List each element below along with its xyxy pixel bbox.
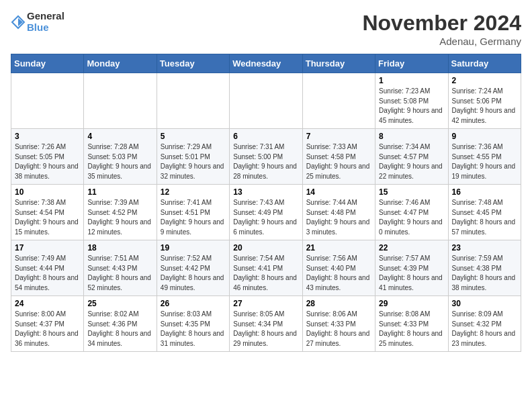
day-cell: 8Sunrise: 7:34 AMSunset: 4:57 PMDaylight… [375,129,448,185]
weekday-header-sunday: Sunday [11,54,84,73]
title-area: November 2024 Adenau, Germany [362,11,521,47]
weekday-header-monday: Monday [84,54,157,73]
day-cell: 2Sunrise: 7:24 AMSunset: 5:06 PMDaylight… [448,73,521,129]
day-cell: 28Sunrise: 8:06 AMSunset: 4:33 PMDayligh… [302,296,375,352]
week-row-2: 3Sunrise: 7:26 AMSunset: 5:05 PMDaylight… [11,129,521,185]
day-info: Sunrise: 8:08 AMSunset: 4:33 PMDaylight:… [379,310,444,349]
day-info: Sunrise: 8:05 AMSunset: 4:34 PMDaylight:… [233,310,298,349]
day-cell: 24Sunrise: 8:00 AMSunset: 4:37 PMDayligh… [11,296,84,352]
day-cell: 9Sunrise: 7:36 AMSunset: 4:55 PMDaylight… [448,129,521,185]
day-cell [230,73,302,129]
day-info: Sunrise: 7:51 AMSunset: 4:43 PMDaylight:… [87,254,152,293]
day-cell: 20Sunrise: 7:54 AMSunset: 4:41 PMDayligh… [230,240,302,296]
day-number: 13 [233,187,298,197]
day-number: 12 [161,187,226,197]
day-info: Sunrise: 7:33 AMSunset: 4:58 PMDaylight:… [306,142,371,181]
day-cell [157,73,229,129]
weekday-header-thursday: Thursday [302,54,375,73]
day-cell: 7Sunrise: 7:33 AMSunset: 4:58 PMDaylight… [302,129,375,185]
day-info: Sunrise: 7:38 AMSunset: 4:54 PMDaylight:… [15,198,80,237]
day-number: 1 [379,76,444,85]
day-info: Sunrise: 7:44 AMSunset: 4:48 PMDaylight:… [306,198,371,237]
day-cell: 4Sunrise: 7:28 AMSunset: 5:03 PMDaylight… [84,129,157,185]
day-info: Sunrise: 7:41 AMSunset: 4:51 PMDaylight:… [161,198,226,237]
day-info: Sunrise: 8:02 AMSunset: 4:36 PMDaylight:… [87,310,152,349]
day-number: 9 [452,132,517,141]
day-number: 15 [379,187,444,197]
day-number: 26 [161,299,226,308]
day-number: 27 [233,299,298,308]
day-info: Sunrise: 8:00 AMSunset: 4:37 PMDaylight:… [15,310,80,349]
day-number: 22 [379,243,444,253]
day-cell: 11Sunrise: 7:39 AMSunset: 4:52 PMDayligh… [84,185,157,240]
day-info: Sunrise: 7:39 AMSunset: 4:52 PMDaylight:… [87,198,152,237]
day-cell: 13Sunrise: 7:43 AMSunset: 4:49 PMDayligh… [230,185,302,240]
day-cell: 16Sunrise: 7:48 AMSunset: 4:45 PMDayligh… [448,185,521,240]
day-number: 16 [452,187,517,197]
day-number: 8 [379,132,444,141]
day-cell: 25Sunrise: 8:02 AMSunset: 4:36 PMDayligh… [84,296,157,352]
day-cell: 6Sunrise: 7:31 AMSunset: 5:00 PMDaylight… [230,129,302,185]
day-number: 14 [306,187,371,197]
day-cell: 19Sunrise: 7:52 AMSunset: 4:42 PMDayligh… [157,240,229,296]
day-number: 30 [452,299,517,308]
day-info: Sunrise: 7:57 AMSunset: 4:39 PMDaylight:… [379,254,444,293]
day-number: 7 [306,132,371,141]
day-cell: 3Sunrise: 7:26 AMSunset: 5:05 PMDaylight… [11,129,84,185]
day-cell: 27Sunrise: 8:05 AMSunset: 4:34 PMDayligh… [230,296,302,352]
day-cell: 5Sunrise: 7:29 AMSunset: 5:01 PMDaylight… [157,129,229,185]
day-cell: 14Sunrise: 7:44 AMSunset: 4:48 PMDayligh… [302,185,375,240]
day-cell: 10Sunrise: 7:38 AMSunset: 4:54 PMDayligh… [11,185,84,240]
day-info: Sunrise: 7:24 AMSunset: 5:06 PMDaylight:… [452,87,517,126]
day-info: Sunrise: 7:29 AMSunset: 5:01 PMDaylight:… [161,142,226,181]
day-number: 23 [452,243,517,253]
day-cell: 15Sunrise: 7:46 AMSunset: 4:47 PMDayligh… [375,185,448,240]
day-number: 6 [233,132,298,141]
day-cell: 1Sunrise: 7:23 AMSunset: 5:08 PMDaylight… [375,73,448,129]
day-number: 18 [87,243,152,253]
day-info: Sunrise: 7:54 AMSunset: 4:41 PMDaylight:… [233,254,298,293]
month-title: November 2024 [362,11,521,36]
day-info: Sunrise: 8:03 AMSunset: 4:35 PMDaylight:… [161,310,226,349]
location-title: Adenau, Germany [362,36,521,47]
day-number: 28 [306,299,371,308]
day-cell [84,73,157,129]
week-row-3: 10Sunrise: 7:38 AMSunset: 4:54 PMDayligh… [11,185,521,240]
weekday-header-wednesday: Wednesday [230,54,302,73]
day-cell: 23Sunrise: 7:59 AMSunset: 4:38 PMDayligh… [448,240,521,296]
day-info: Sunrise: 7:46 AMSunset: 4:47 PMDaylight:… [379,198,444,237]
day-number: 24 [15,299,80,308]
day-cell: 29Sunrise: 8:08 AMSunset: 4:33 PMDayligh… [375,296,448,352]
weekday-header-tuesday: Tuesday [157,54,229,73]
day-info: Sunrise: 7:36 AMSunset: 4:55 PMDaylight:… [452,142,517,181]
day-number: 29 [379,299,444,308]
day-number: 5 [161,132,226,141]
logo: General Blue [11,11,64,33]
week-row-5: 24Sunrise: 8:00 AMSunset: 4:37 PMDayligh… [11,296,521,352]
day-info: Sunrise: 7:56 AMSunset: 4:40 PMDaylight:… [306,254,371,293]
day-number: 20 [233,243,298,253]
day-number: 25 [87,299,152,308]
day-cell: 22Sunrise: 7:57 AMSunset: 4:39 PMDayligh… [375,240,448,296]
day-info: Sunrise: 7:26 AMSunset: 5:05 PMDaylight:… [15,142,80,181]
day-info: Sunrise: 7:31 AMSunset: 5:00 PMDaylight:… [233,142,298,181]
weekday-header-saturday: Saturday [448,54,521,73]
day-number: 19 [161,243,226,253]
day-number: 17 [15,243,80,253]
day-info: Sunrise: 8:09 AMSunset: 4:32 PMDaylight:… [452,310,517,349]
day-cell: 17Sunrise: 7:49 AMSunset: 4:44 PMDayligh… [11,240,84,296]
day-number: 4 [87,132,152,141]
week-row-4: 17Sunrise: 7:49 AMSunset: 4:44 PMDayligh… [11,240,521,296]
day-info: Sunrise: 7:52 AMSunset: 4:42 PMDaylight:… [161,254,226,293]
day-number: 3 [15,132,80,141]
day-info: Sunrise: 7:43 AMSunset: 4:49 PMDaylight:… [233,198,298,237]
weekday-header-friday: Friday [375,54,448,73]
day-info: Sunrise: 7:48 AMSunset: 4:45 PMDaylight:… [452,198,517,237]
day-cell [11,73,84,129]
day-info: Sunrise: 7:23 AMSunset: 5:08 PMDaylight:… [379,87,444,126]
day-cell: 26Sunrise: 8:03 AMSunset: 4:35 PMDayligh… [157,296,229,352]
day-cell: 12Sunrise: 7:41 AMSunset: 4:51 PMDayligh… [157,185,229,240]
day-info: Sunrise: 7:34 AMSunset: 4:57 PMDaylight:… [379,142,444,181]
day-number: 21 [306,243,371,253]
header: General Blue November 2024 Adenau, Germa… [11,11,521,47]
